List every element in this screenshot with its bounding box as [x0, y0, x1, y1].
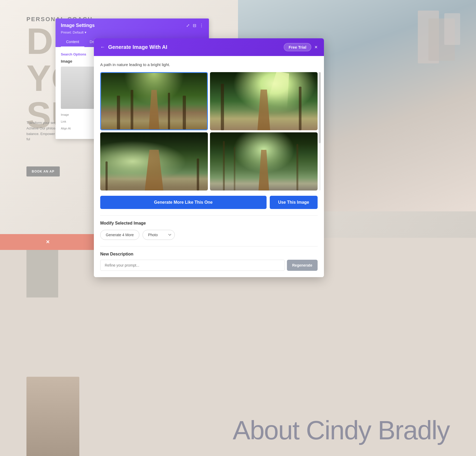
new-description-title: New Description: [100, 252, 318, 257]
tree-9: [223, 141, 225, 190]
prompt-input[interactable]: [100, 260, 285, 271]
panel-title: Image Settings: [61, 23, 95, 28]
tree-10: [234, 147, 235, 190]
bg-book-button: BOOK AN AP: [26, 166, 60, 176]
ai-modify-controls: Generate 4 More Photo Art Illustration W…: [100, 230, 318, 240]
scroll-bar[interactable]: [319, 72, 321, 190]
section-divider: [100, 215, 318, 216]
ai-image-cell-4[interactable]: [210, 132, 318, 190]
path-3: [145, 150, 163, 190]
regenerate-button[interactable]: Regenerate: [287, 260, 318, 271]
columns-icon[interactable]: ⊟: [193, 23, 196, 28]
new-desc-row: Regenerate: [100, 260, 318, 271]
panel-icons: ⤢ ⊟ ⋮: [186, 23, 204, 28]
tree-7: [106, 161, 108, 190]
back-arrow-icon[interactable]: ←: [100, 44, 105, 50]
tree-2: [131, 90, 133, 129]
ai-action-buttons: Generate More Like This One Use This Ima…: [100, 196, 318, 209]
generate-more-button[interactable]: Generate More Like This One: [100, 196, 267, 209]
close-button[interactable]: ×: [314, 44, 318, 50]
tree-11: [296, 144, 298, 190]
ai-dialog-header: ← Generate Image With AI Free Trial ×: [94, 38, 324, 56]
section-divider-2: [100, 246, 318, 246]
ai-dialog-title: Generate Image With AI: [108, 44, 167, 50]
tree-3: [183, 96, 186, 129]
forest-image-2: [210, 72, 318, 130]
forest-image-4: [210, 132, 318, 190]
bg-about-title: About Cindy Bradly: [233, 415, 450, 445]
path-1: [148, 90, 161, 129]
forest-image-3: [100, 132, 208, 190]
forest-image-1: [101, 73, 207, 129]
tree-4: [168, 93, 170, 129]
path-4: [257, 150, 271, 190]
ai-image-cell-2[interactable]: [210, 72, 318, 130]
bg-salmon-bar: ✕: [0, 234, 95, 250]
style-select[interactable]: Photo Art Illustration Watercolor: [143, 230, 175, 240]
ai-dialog-right: Free Trial ×: [284, 43, 318, 51]
tree-1: [117, 96, 120, 129]
ai-prompt-text: A path in nature leading to a bright lig…: [100, 62, 318, 67]
panel-title-row: Image Settings ⤢ ⊟ ⋮: [61, 23, 204, 28]
more-icon[interactable]: ⋮: [199, 23, 204, 28]
panel-preset[interactable]: Preset: Default ▾: [61, 30, 204, 34]
ai-dialog-body: A path in nature leading to a bright lig…: [94, 56, 324, 277]
ai-dialog-title-area: ← Generate Image With AI: [100, 44, 167, 50]
light-beam: [266, 72, 293, 109]
expand-icon[interactable]: ⤢: [186, 23, 190, 28]
ai-generate-dialog: ← Generate Image With AI Free Trial × A …: [94, 38, 324, 277]
tab-content[interactable]: Content: [61, 37, 84, 47]
scroll-thumb: [319, 72, 321, 143]
bg-gray-rect: [26, 245, 58, 297]
tree-6: [299, 87, 301, 130]
free-trial-badge[interactable]: Free Trial: [284, 43, 312, 51]
bg-person-image: [26, 377, 79, 456]
tree-8: [197, 159, 199, 190]
ai-image-cell-3[interactable]: [100, 132, 208, 190]
generate-4-button[interactable]: Generate 4 More: [100, 230, 139, 240]
modify-section-title: Modify Selected Image: [100, 221, 318, 226]
bg-x-icon: ✕: [46, 239, 50, 245]
ai-image-cell-1[interactable]: [100, 72, 208, 130]
ai-images-grid: [100, 72, 318, 190]
ai-images-area: [100, 72, 318, 190]
tree-5: [221, 84, 224, 130]
use-image-button[interactable]: Use This Image: [270, 196, 318, 209]
